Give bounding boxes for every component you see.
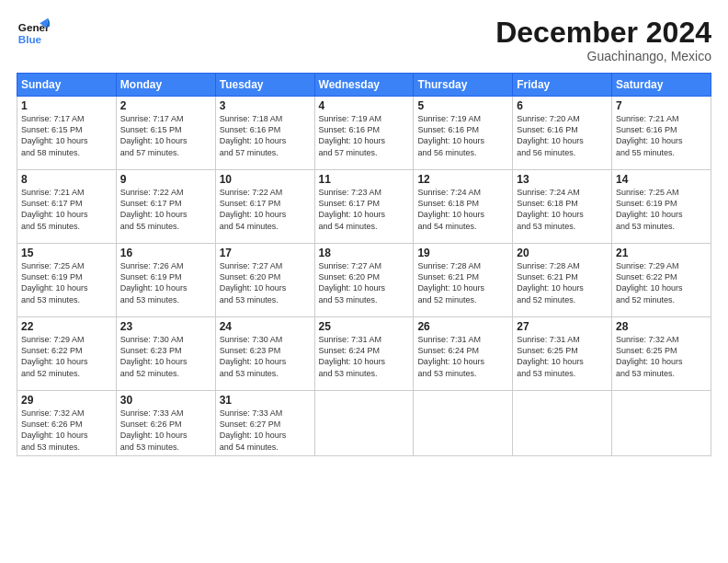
- calendar-cell: 14Sunrise: 7:25 AMSunset: 6:19 PMDayligh…: [612, 170, 711, 244]
- calendar-header-row: Sunday Monday Tuesday Wednesday Thursday…: [17, 74, 711, 97]
- day-number: 22: [21, 320, 112, 333]
- calendar-cell: 2Sunrise: 7:17 AMSunset: 6:15 PMDaylight…: [116, 97, 215, 170]
- day-number: 8: [21, 173, 112, 186]
- calendar-row-2: 8Sunrise: 7:21 AMSunset: 6:17 PMDaylight…: [17, 170, 711, 244]
- col-tuesday: Tuesday: [215, 74, 314, 97]
- month-title: December 2024: [495, 17, 711, 49]
- day-info: Sunrise: 7:23 AMSunset: 6:17 PMDaylight:…: [319, 187, 410, 232]
- day-number: 26: [417, 320, 508, 333]
- svg-text:Blue: Blue: [18, 33, 42, 45]
- col-thursday: Thursday: [414, 74, 513, 97]
- title-block: December 2024 Guachinango, Mexico: [495, 17, 711, 63]
- day-info: Sunrise: 7:29 AMSunset: 6:22 PMDaylight:…: [616, 260, 707, 305]
- day-info: Sunrise: 7:33 AMSunset: 6:27 PMDaylight:…: [220, 408, 311, 453]
- calendar-cell: 10Sunrise: 7:22 AMSunset: 6:17 PMDayligh…: [215, 170, 314, 244]
- header: General Blue December 2024 Guachinango, …: [17, 17, 711, 63]
- calendar-cell: 11Sunrise: 7:23 AMSunset: 6:17 PMDayligh…: [314, 170, 414, 244]
- col-wednesday: Wednesday: [314, 74, 414, 97]
- day-number: 1: [21, 99, 112, 112]
- calendar-cell: 7Sunrise: 7:21 AMSunset: 6:16 PMDaylight…: [612, 97, 711, 170]
- day-info: Sunrise: 7:31 AMSunset: 6:24 PMDaylight:…: [319, 334, 410, 379]
- day-number: 6: [517, 99, 608, 112]
- day-number: 23: [120, 320, 211, 333]
- day-number: 5: [417, 99, 508, 112]
- day-info: Sunrise: 7:33 AMSunset: 6:26 PMDaylight:…: [120, 408, 211, 453]
- day-info: Sunrise: 7:22 AMSunset: 6:17 PMDaylight:…: [220, 187, 311, 232]
- day-info: Sunrise: 7:25 AMSunset: 6:19 PMDaylight:…: [21, 260, 112, 305]
- calendar-cell: 8Sunrise: 7:21 AMSunset: 6:17 PMDaylight…: [17, 170, 117, 244]
- calendar-cell: 18Sunrise: 7:27 AMSunset: 6:20 PMDayligh…: [314, 244, 414, 317]
- logo-icon: General Blue: [17, 17, 50, 50]
- calendar-cell: 17Sunrise: 7:27 AMSunset: 6:20 PMDayligh…: [215, 244, 314, 317]
- day-info: Sunrise: 7:18 AMSunset: 6:16 PMDaylight:…: [220, 113, 311, 158]
- day-info: Sunrise: 7:29 AMSunset: 6:22 PMDaylight:…: [21, 334, 112, 379]
- calendar-cell: 19Sunrise: 7:28 AMSunset: 6:21 PMDayligh…: [414, 244, 513, 317]
- calendar-row-1: 1Sunrise: 7:17 AMSunset: 6:15 PMDaylight…: [17, 97, 711, 170]
- calendar-cell: 21Sunrise: 7:29 AMSunset: 6:22 PMDayligh…: [612, 244, 711, 317]
- day-info: Sunrise: 7:19 AMSunset: 6:16 PMDaylight:…: [319, 113, 410, 158]
- calendar-cell: 4Sunrise: 7:19 AMSunset: 6:16 PMDaylight…: [314, 97, 414, 170]
- day-number: 19: [417, 247, 508, 259]
- calendar-cell: 31Sunrise: 7:33 AMSunset: 6:27 PMDayligh…: [215, 391, 314, 456]
- day-info: Sunrise: 7:28 AMSunset: 6:21 PMDaylight:…: [517, 260, 608, 305]
- day-number: 12: [417, 173, 508, 186]
- calendar-cell: [513, 391, 612, 456]
- calendar-cell: [612, 391, 711, 456]
- day-number: 24: [220, 320, 311, 333]
- calendar-cell: 27Sunrise: 7:31 AMSunset: 6:25 PMDayligh…: [513, 317, 612, 391]
- day-info: Sunrise: 7:30 AMSunset: 6:23 PMDaylight:…: [220, 334, 311, 379]
- calendar-cell: 29Sunrise: 7:32 AMSunset: 6:26 PMDayligh…: [17, 391, 117, 456]
- calendar-cell: 9Sunrise: 7:22 AMSunset: 6:17 PMDaylight…: [116, 170, 215, 244]
- day-info: Sunrise: 7:17 AMSunset: 6:15 PMDaylight:…: [120, 113, 211, 158]
- day-info: Sunrise: 7:20 AMSunset: 6:16 PMDaylight:…: [517, 113, 608, 158]
- calendar-row-5: 29Sunrise: 7:32 AMSunset: 6:26 PMDayligh…: [17, 391, 711, 456]
- calendar-body: 1Sunrise: 7:17 AMSunset: 6:15 PMDaylight…: [17, 97, 711, 456]
- calendar-cell: 28Sunrise: 7:32 AMSunset: 6:25 PMDayligh…: [612, 317, 711, 391]
- day-info: Sunrise: 7:27 AMSunset: 6:20 PMDaylight:…: [319, 260, 410, 305]
- col-friday: Friday: [513, 74, 612, 97]
- day-info: Sunrise: 7:27 AMSunset: 6:20 PMDaylight:…: [220, 260, 311, 305]
- day-info: Sunrise: 7:32 AMSunset: 6:25 PMDaylight:…: [616, 334, 707, 379]
- day-info: Sunrise: 7:17 AMSunset: 6:15 PMDaylight:…: [21, 113, 112, 158]
- calendar-cell: 24Sunrise: 7:30 AMSunset: 6:23 PMDayligh…: [215, 317, 314, 391]
- day-number: 21: [616, 247, 707, 259]
- calendar-cell: 1Sunrise: 7:17 AMSunset: 6:15 PMDaylight…: [17, 97, 117, 170]
- day-number: 16: [120, 247, 211, 259]
- calendar-cell: 12Sunrise: 7:24 AMSunset: 6:18 PMDayligh…: [414, 170, 513, 244]
- day-info: Sunrise: 7:24 AMSunset: 6:18 PMDaylight:…: [417, 187, 508, 232]
- day-number: 7: [616, 99, 707, 112]
- calendar-row-3: 15Sunrise: 7:25 AMSunset: 6:19 PMDayligh…: [17, 244, 711, 317]
- calendar-cell: 15Sunrise: 7:25 AMSunset: 6:19 PMDayligh…: [17, 244, 117, 317]
- day-number: 27: [517, 320, 608, 333]
- calendar-table: Sunday Monday Tuesday Wednesday Thursday…: [17, 73, 711, 456]
- logo: General Blue: [17, 17, 50, 50]
- calendar-cell: 22Sunrise: 7:29 AMSunset: 6:22 PMDayligh…: [17, 317, 117, 391]
- day-number: 9: [120, 173, 211, 186]
- calendar-cell: 25Sunrise: 7:31 AMSunset: 6:24 PMDayligh…: [314, 317, 414, 391]
- day-number: 30: [120, 394, 211, 407]
- day-info: Sunrise: 7:26 AMSunset: 6:19 PMDaylight:…: [120, 260, 211, 305]
- col-monday: Monday: [116, 74, 215, 97]
- calendar-cell: 23Sunrise: 7:30 AMSunset: 6:23 PMDayligh…: [116, 317, 215, 391]
- day-number: 18: [319, 247, 410, 259]
- calendar-cell: [314, 391, 414, 456]
- calendar-row-4: 22Sunrise: 7:29 AMSunset: 6:22 PMDayligh…: [17, 317, 711, 391]
- calendar-cell: 16Sunrise: 7:26 AMSunset: 6:19 PMDayligh…: [116, 244, 215, 317]
- day-number: 20: [517, 247, 608, 259]
- day-info: Sunrise: 7:22 AMSunset: 6:17 PMDaylight:…: [120, 187, 211, 232]
- day-info: Sunrise: 7:28 AMSunset: 6:21 PMDaylight:…: [417, 260, 508, 305]
- day-number: 31: [220, 394, 311, 407]
- day-info: Sunrise: 7:19 AMSunset: 6:16 PMDaylight:…: [417, 113, 508, 158]
- calendar-cell: 3Sunrise: 7:18 AMSunset: 6:16 PMDaylight…: [215, 97, 314, 170]
- day-number: 28: [616, 320, 707, 333]
- calendar-cell: 5Sunrise: 7:19 AMSunset: 6:16 PMDaylight…: [414, 97, 513, 170]
- day-info: Sunrise: 7:31 AMSunset: 6:25 PMDaylight:…: [517, 334, 608, 379]
- day-number: 13: [517, 173, 608, 186]
- day-number: 14: [616, 173, 707, 186]
- day-number: 25: [319, 320, 410, 333]
- calendar-cell: 13Sunrise: 7:24 AMSunset: 6:18 PMDayligh…: [513, 170, 612, 244]
- calendar-cell: [414, 391, 513, 456]
- day-info: Sunrise: 7:32 AMSunset: 6:26 PMDaylight:…: [21, 408, 112, 453]
- col-saturday: Saturday: [612, 74, 711, 97]
- location-subtitle: Guachinango, Mexico: [495, 49, 711, 63]
